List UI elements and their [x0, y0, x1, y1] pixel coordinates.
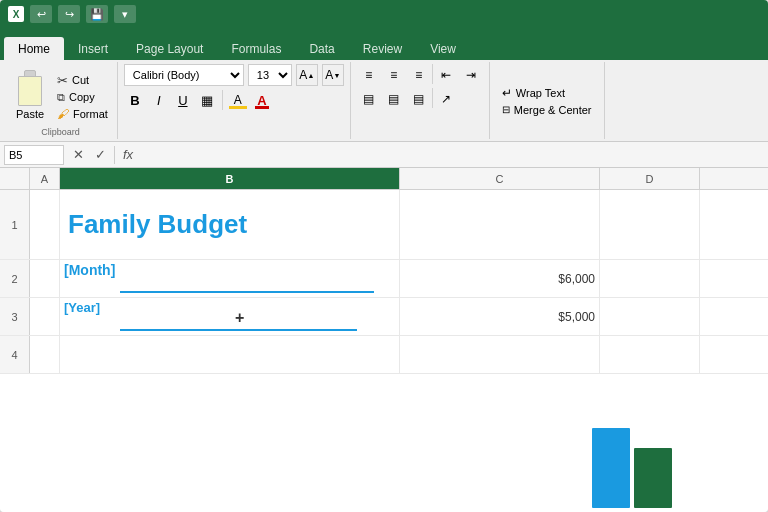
row-num-3: 3	[0, 298, 30, 335]
tab-home[interactable]: Home	[4, 37, 64, 60]
title-bar: X ↩ ↪ 💾 ▾	[0, 0, 768, 28]
indent-increase-button[interactable]: ⇥	[459, 64, 483, 86]
confirm-formula-button[interactable]: ✓	[90, 145, 110, 165]
spreadsheet-container: A B C D 1	[0, 168, 768, 512]
wrap-text-label: Wrap Text	[516, 87, 565, 99]
year-text: [Year]	[64, 300, 100, 315]
clipboard-group-label: Clipboard	[41, 125, 80, 137]
tab-review[interactable]: Review	[349, 37, 416, 60]
wrap-text-button[interactable]: ↵ Wrap Text	[498, 84, 596, 102]
cell-d4[interactable]	[600, 336, 700, 373]
decrease-font-button[interactable]: A▼	[322, 64, 344, 86]
cell-d1[interactable]	[600, 190, 700, 259]
clipboard-group: Paste ✂ Cut ⧉ Copy 🖌 Format	[4, 62, 118, 139]
col-header-c[interactable]: C	[400, 168, 600, 189]
excel-icon: X	[8, 6, 24, 22]
cell-b1[interactable]: Family Budget	[60, 190, 400, 259]
cell-c3[interactable]: $5,000	[400, 298, 600, 335]
bold-button[interactable]: B	[124, 89, 146, 111]
paste-label: Paste	[16, 108, 44, 120]
align-top-left-button[interactable]: ≡	[357, 64, 381, 86]
align-left-button[interactable]: ▤	[357, 88, 381, 110]
align-right-button[interactable]: ▤	[407, 88, 431, 110]
tab-data[interactable]: Data	[295, 37, 348, 60]
row-num-header	[0, 168, 30, 189]
cell-b3[interactable]: [Year] +	[60, 298, 400, 335]
tab-page-layout[interactable]: Page Layout	[122, 37, 217, 60]
cell-a4[interactable]	[30, 336, 60, 373]
row-num-2: 2	[0, 260, 30, 297]
cell-reference-box: B5	[4, 145, 64, 165]
font-size-select[interactable]: 13	[248, 64, 292, 86]
align-middle-button[interactable]: ▤	[382, 88, 406, 110]
tab-insert[interactable]: Insert	[64, 37, 122, 60]
col-header-d[interactable]: D	[600, 168, 700, 189]
orientation-button[interactable]: ↗	[434, 88, 458, 110]
cell-c2[interactable]: $6,000	[400, 260, 600, 297]
fill-color-button[interactable]: A	[227, 89, 249, 111]
quick-access-dropdown[interactable]: ▾	[114, 5, 136, 23]
ribbon-tabs: Home Insert Page Layout Formulas Data Re…	[0, 28, 768, 60]
clipboard-items: ✂ Cut ⧉ Copy 🖌 Format	[54, 68, 111, 122]
col-header-b[interactable]: B	[60, 168, 400, 189]
tab-formulas[interactable]: Formulas	[217, 37, 295, 60]
cell-c4[interactable]	[400, 336, 600, 373]
table-row: 4	[0, 336, 768, 374]
cell-a2[interactable]	[30, 260, 60, 297]
cell-ref-value: B5	[9, 149, 22, 161]
row-num-1: 1	[0, 190, 30, 259]
alignment-group: ≡ ≡ ≡ ⇤ ⇥ ▤ ▤ ▤ ↗	[351, 62, 490, 139]
cell-b4[interactable]	[60, 336, 400, 373]
font-top-row: Calibri (Body) 13 A▲ A▼	[124, 64, 344, 86]
fill-color-icon: A	[234, 93, 242, 107]
align-bottom-button[interactable]: ≡	[407, 64, 431, 86]
col-header-a[interactable]: A	[30, 168, 60, 189]
cell-d2[interactable]	[600, 260, 700, 297]
undo-button[interactable]: ↩	[30, 5, 52, 23]
excel-window: X ↩ ↪ 💾 ▾ Home Insert Page Layout Formul…	[0, 0, 768, 512]
cancel-formula-button[interactable]: ✕	[68, 145, 88, 165]
increase-font-button[interactable]: A▲	[296, 64, 318, 86]
tab-view[interactable]: View	[416, 37, 470, 60]
cell-a1[interactable]	[30, 190, 60, 259]
formula-input[interactable]	[141, 145, 764, 165]
indent-decrease-button[interactable]: ⇤	[434, 64, 458, 86]
format-painter-button[interactable]: 🖌 Format	[54, 106, 111, 122]
underline-button[interactable]: U	[172, 89, 194, 111]
cell-b2[interactable]: [Month]	[60, 260, 400, 297]
merge-center-button[interactable]: ⊟ Merge & Center	[498, 102, 596, 118]
ribbon-content: Paste ✂ Cut ⧉ Copy 🖌 Format	[0, 60, 768, 142]
font-name-select[interactable]: Calibri (Body)	[124, 64, 244, 86]
wrap-merge-group: ↵ Wrap Text ⊟ Merge & Center	[490, 62, 605, 139]
alignment-row-2: ▤ ▤ ▤ ↗	[357, 88, 483, 110]
cell-cursor: +	[235, 309, 244, 327]
align-center-button[interactable]: ≡	[382, 64, 406, 86]
save-button[interactable]: 💾	[86, 5, 108, 23]
copy-button[interactable]: ⧉ Copy	[54, 90, 111, 105]
merge-icon: ⊟	[502, 104, 510, 115]
table-row: 1 Family Budget	[0, 190, 768, 260]
cell-d3[interactable]	[600, 298, 700, 335]
table-row: 3 [Year] + $5,000	[0, 298, 768, 336]
cell-c1[interactable]	[400, 190, 600, 259]
formula-bar: B5 ✕ ✓ fx	[0, 142, 768, 168]
cell-a3[interactable]	[30, 298, 60, 335]
border-button[interactable]: ▦	[196, 89, 218, 111]
c2-value: $6,000	[558, 272, 595, 286]
copy-label: Copy	[69, 91, 95, 103]
table-row: 2 [Month] $6,000	[0, 260, 768, 298]
redo-button[interactable]: ↪	[58, 5, 80, 23]
cut-label: Cut	[72, 74, 89, 86]
format-label: Format	[73, 108, 108, 120]
font-group: Calibri (Body) 13 A▲ A▼ B I U ▦ A	[118, 62, 351, 139]
scissors-icon: ✂	[57, 73, 68, 88]
cut-button[interactable]: ✂ Cut	[54, 72, 111, 89]
c3-value: $5,000	[558, 310, 595, 324]
italic-button[interactable]: I	[148, 89, 170, 111]
row-num-4: 4	[0, 336, 30, 373]
family-budget-text: Family Budget	[68, 209, 247, 240]
paste-button[interactable]: Paste	[10, 68, 50, 122]
font-color-button[interactable]: A	[251, 89, 273, 111]
alignment-row-1: ≡ ≡ ≡ ⇤ ⇥	[357, 64, 483, 86]
copy-icon: ⧉	[57, 91, 65, 104]
